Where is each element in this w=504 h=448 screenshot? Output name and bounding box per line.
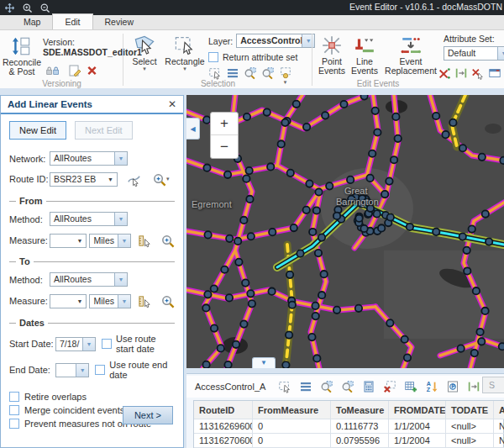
table-cell[interactable]: 1/1/2004 [389, 434, 446, 448]
route-id-dropdown[interactable]: BSR23 EB ▼ [50, 172, 118, 187]
table-cell[interactable]: N [494, 434, 504, 448]
pan-to-selection-icon[interactable] [340, 380, 354, 394]
to-measure-arrow[interactable]: ▼ [73, 295, 86, 308]
use-route-start-date-checkbox[interactable] [102, 339, 112, 349]
zoom-to-selected-icon[interactable] [243, 66, 257, 80]
table-cell[interactable]: 1/1/2004 [389, 419, 446, 434]
delete-version-icon[interactable] [87, 63, 97, 77]
snap-event-icon[interactable] [470, 66, 485, 80]
table-cell[interactable]: 0 [253, 419, 331, 434]
zoom-in-button[interactable]: + [211, 113, 238, 135]
from-unit-dropdown[interactable]: Miles ▼ [89, 234, 131, 248]
network-dropdown-arrow[interactable]: ▼ [114, 152, 127, 165]
rectangle-dropdown-caret[interactable]: ▾ [183, 66, 186, 71]
table-row[interactable]: 1131627060000.07955961/1/2004<null>N [194, 434, 503, 448]
attribute-page-icon[interactable]: P [445, 380, 459, 394]
show-list-icon[interactable] [298, 380, 312, 394]
table-cell[interactable]: 0.0795596 [331, 434, 389, 448]
point-events-button[interactable]: Point Events [316, 34, 348, 76]
from-unit-arrow[interactable]: ▼ [118, 235, 130, 247]
return-attribute-set-checkbox[interactable] [208, 52, 218, 62]
zoom-out-button[interactable]: − [211, 135, 238, 158]
merge-coincident-events-checkbox[interactable] [9, 405, 19, 415]
select-dropdown-caret[interactable]: ▾ [143, 66, 146, 71]
from-measure-input[interactable]: ▼ [50, 234, 87, 248]
table-cell[interactable]: <null> [446, 434, 494, 448]
from-method-dropdown[interactable]: AllRoutes ▼ [50, 212, 128, 226]
from-method-arrow[interactable]: ▼ [114, 213, 127, 225]
column-header-fromdate[interactable]: FROMDATE [389, 401, 446, 419]
to-method-arrow[interactable]: ▼ [114, 273, 127, 286]
column-header-routeid[interactable]: RouteID [194, 401, 253, 419]
zoom-to-selection-icon[interactable] [319, 380, 333, 394]
table-cell[interactable]: 11316270600 [194, 434, 253, 448]
map-view[interactable]: Egremont Great Barrington + − ◀ ▼ [186, 95, 504, 368]
pan-icon[interactable] [3, 2, 16, 14]
collapse-panel-tab[interactable]: ◀ [186, 118, 200, 140]
to-measure-pick-icon[interactable] [138, 293, 152, 308]
table-row[interactable]: 1131626960000.11167731/1/2004<null>N [194, 419, 503, 434]
to-unit-dropdown[interactable]: Miles ▼ [89, 294, 131, 308]
tab-map[interactable]: Map [12, 14, 52, 29]
split-event-icon[interactable] [437, 66, 451, 80]
route-id-dropdown-arrow[interactable]: ▼ [104, 173, 117, 186]
start-date-input[interactable]: 7/18/ ▼ [55, 337, 96, 351]
network-dropdown[interactable]: AllRoutes ▼ [50, 151, 128, 166]
calculator-icon[interactable] [361, 380, 375, 394]
zoom-in-tool-icon[interactable] [21, 2, 34, 14]
use-route-end-date-checkbox[interactable] [95, 365, 105, 375]
offset-event-icon[interactable] [454, 66, 468, 80]
column-header-ac[interactable]: AC [494, 401, 504, 419]
retire-overlaps-checkbox[interactable] [9, 392, 19, 402]
column-header-tomeasure[interactable]: ToMeasure [331, 401, 389, 419]
reconcile-post-button[interactable]: Reconcile & Post [2, 34, 42, 76]
from-zoom-icon[interactable] [160, 233, 175, 248]
attribute-set-dropdown[interactable]: Default ▼ [444, 46, 504, 61]
select-button[interactable]: Select ▾ [127, 34, 162, 71]
table-cell[interactable]: 0.1116773 [331, 419, 389, 434]
zoom-out-tool-icon[interactable] [39, 2, 51, 14]
event-panel-icon[interactable] [487, 66, 501, 80]
add-record-icon[interactable] [403, 380, 417, 394]
tab-edit[interactable]: Edit [52, 13, 92, 29]
tab-review[interactable]: Review [93, 14, 145, 29]
column-header-frommeasure[interactable]: FromMeasure [253, 401, 331, 419]
from-measure-arrow[interactable]: ▼ [73, 235, 86, 247]
route-zoom-caret[interactable]: ▾ [166, 177, 170, 182]
line-events-button[interactable]: Line Events [349, 34, 380, 76]
select-marquee-icon[interactable] [207, 66, 222, 80]
table-cell[interactable]: <null> [446, 419, 494, 434]
route-zoom-icon[interactable] [151, 171, 166, 187]
next-button[interactable]: Next > [123, 406, 173, 424]
to-measure-input[interactable]: ▼ [50, 294, 87, 308]
to-method-dropdown[interactable]: AllRoutes ▼ [50, 272, 128, 287]
next-edit-button[interactable]: Next Edit [75, 121, 133, 140]
start-date-arrow[interactable]: ▼ [82, 338, 95, 350]
edit-version-icon[interactable] [67, 63, 81, 77]
table-cell[interactable]: 11316269600 [194, 419, 253, 434]
save-button[interactable]: S [482, 377, 504, 393]
sort-icon[interactable]: AZ [424, 380, 438, 394]
offset-icon[interactable] [466, 380, 480, 394]
layer-dropdown[interactable]: AccessControl_A ▼ [236, 34, 315, 48]
expand-table-tab[interactable]: ▼ [252, 357, 276, 368]
to-unit-arrow[interactable]: ▼ [118, 295, 130, 308]
rectangle-button[interactable]: Rectangle ▾ [164, 34, 206, 71]
select-route-on-map-icon[interactable] [126, 171, 141, 187]
from-measure-pick-icon[interactable] [138, 233, 152, 248]
table-cell[interactable]: N [494, 419, 504, 434]
column-header-todate[interactable]: TODATE [446, 401, 494, 419]
select-features-icon[interactable] [277, 380, 291, 394]
pan-to-selected-icon[interactable] [260, 66, 275, 80]
attribute-set-dropdown-arrow[interactable]: ▼ [497, 47, 504, 60]
prevent-measures-checkbox[interactable] [9, 419, 19, 429]
unlock-version-icon[interactable] [44, 63, 62, 77]
event-replacement-button[interactable]: Event Replacement [381, 34, 440, 76]
end-date-input[interactable]: ▼ [55, 363, 89, 377]
selection-list-icon[interactable] [225, 66, 239, 80]
table-cell[interactable]: 0 [253, 434, 331, 448]
to-zoom-icon[interactable] [160, 293, 175, 308]
close-icon[interactable]: ✕ [168, 99, 176, 109]
end-date-arrow[interactable]: ▼ [76, 364, 88, 377]
new-edit-button[interactable]: New Edit [9, 121, 66, 140]
